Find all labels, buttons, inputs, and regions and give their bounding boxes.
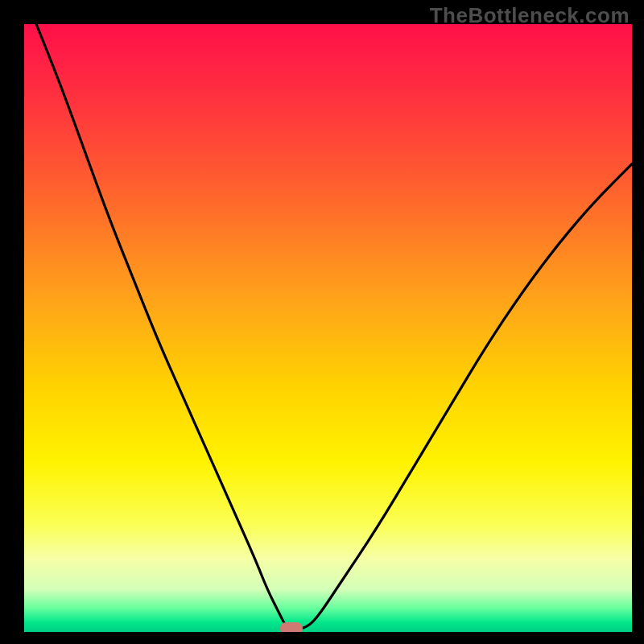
optimum-marker xyxy=(280,622,303,632)
bottleneck-curve xyxy=(24,24,632,632)
chart-frame: TheBottleneck.com xyxy=(0,0,644,644)
plot-area xyxy=(24,24,632,632)
watermark-text: TheBottleneck.com xyxy=(430,3,630,28)
